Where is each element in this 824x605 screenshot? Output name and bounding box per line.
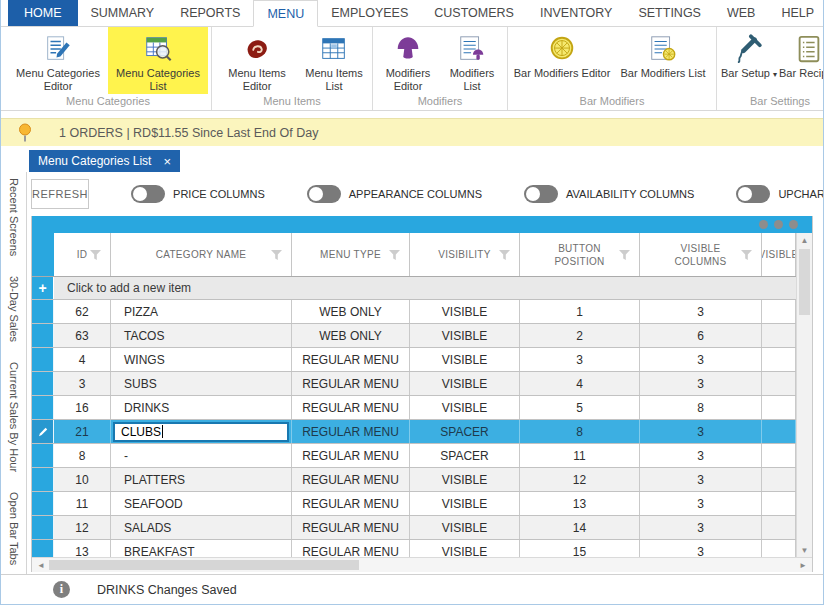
column-header-visible-columns[interactable]: VISIBLE COLUMNS: [640, 233, 762, 276]
row-indicator[interactable]: [32, 348, 54, 371]
cell-visible-columns[interactable]: 3: [640, 300, 762, 323]
cell-menu-type[interactable]: WEB ONLY: [292, 300, 410, 323]
rail-item-current-sales-by-hour[interactable]: Current Sales By Hour: [8, 362, 20, 472]
table-row-editing[interactable]: 21 CLUBS REGULAR MENU SPACER 8 3: [32, 420, 796, 444]
cell-button-position[interactable]: 2: [520, 324, 640, 347]
availability-columns-toggle[interactable]: [524, 185, 558, 203]
cell-menu-type[interactable]: REGULAR MENU: [292, 492, 410, 515]
grid-option-dots[interactable]: [759, 220, 798, 229]
tab-reports[interactable]: REPORTS: [167, 0, 253, 26]
cell-clipped[interactable]: [762, 372, 796, 395]
tab-menu[interactable]: MENU: [253, 0, 318, 27]
filter-funnel-icon[interactable]: [619, 250, 630, 260]
cell-button-position[interactable]: 13: [520, 492, 640, 515]
cell-id[interactable]: 21: [54, 420, 111, 443]
cell-visible-columns[interactable]: 3: [640, 372, 762, 395]
cell-clipped[interactable]: [762, 324, 796, 347]
cell-visibility[interactable]: VISIBLE: [410, 492, 520, 515]
table-row[interactable]: 12 SALADS REGULAR MENU VISIBLE 14 3: [32, 516, 796, 540]
modifiers-list-button[interactable]: Modifiers List: [440, 27, 504, 94]
table-row[interactable]: 63 TACOS WEB ONLY VISIBLE 2 6: [32, 324, 796, 348]
cell-clipped[interactable]: [762, 420, 796, 443]
cell-category-name[interactable]: PLATTERS: [111, 468, 292, 491]
cell-button-position[interactable]: 5: [520, 396, 640, 419]
cell-id[interactable]: 4: [54, 348, 111, 371]
document-tab-menu-categories-list[interactable]: Menu Categories List ×: [29, 150, 180, 172]
horizontal-scroll-thumb[interactable]: [49, 560, 359, 570]
cell-visible-columns[interactable]: 8: [640, 396, 762, 419]
cell-button-position[interactable]: 3: [520, 348, 640, 371]
scroll-right-arrow-icon[interactable]: ►: [796, 558, 810, 572]
rail-item-recent-screens[interactable]: Recent Screens: [8, 178, 20, 256]
close-tab-icon[interactable]: ×: [163, 155, 171, 168]
cell-menu-type[interactable]: REGULAR MENU: [292, 372, 410, 395]
vertical-scroll-thumb[interactable]: [799, 249, 810, 315]
cell-menu-type[interactable]: REGULAR MENU: [292, 468, 410, 491]
cell-visibility[interactable]: VISIBLE: [410, 396, 520, 419]
cell-clipped[interactable]: [762, 348, 796, 371]
cell-visible-columns[interactable]: 3: [640, 348, 762, 371]
column-header-category-name[interactable]: CATEGORY NAME: [111, 233, 292, 276]
tab-summary[interactable]: SUMMARY: [78, 0, 168, 26]
tab-help[interactable]: HELP: [768, 0, 824, 26]
cell-id[interactable]: 16: [54, 396, 111, 419]
table-row[interactable]: 10 PLATTERS REGULAR MENU VISIBLE 12 3: [32, 468, 796, 492]
cell-category-name[interactable]: -: [111, 444, 292, 467]
cell-visibility[interactable]: VISIBLE: [410, 516, 520, 539]
cell-menu-type[interactable]: REGULAR MENU: [292, 396, 410, 419]
cell-button-position[interactable]: 4: [520, 372, 640, 395]
cell-visibility[interactable]: VISIBLE: [410, 348, 520, 371]
rail-item-30-day-sales[interactable]: 30-Day Sales: [8, 276, 20, 342]
bar-setup-button[interactable]: Bar Setup ▾: [720, 27, 778, 94]
tab-inventory[interactable]: INVENTORY: [527, 0, 625, 26]
cell-visible-columns[interactable]: 3: [640, 516, 762, 539]
menu-categories-list-button[interactable]: Menu Categories List: [108, 27, 208, 94]
cell-id[interactable]: 11: [54, 492, 111, 515]
scroll-up-arrow-icon[interactable]: ▲: [797, 233, 812, 247]
table-row[interactable]: 4 WINGS REGULAR MENU VISIBLE 3 3: [32, 348, 796, 372]
tab-settings[interactable]: SETTINGS: [625, 0, 714, 26]
row-indicator-edit[interactable]: [32, 420, 54, 443]
row-indicator[interactable]: [32, 444, 54, 467]
cell-button-position[interactable]: 14: [520, 516, 640, 539]
filter-funnel-icon[interactable]: [389, 250, 400, 260]
cell-button-position[interactable]: 12: [520, 468, 640, 491]
row-indicator[interactable]: [32, 324, 54, 347]
cell-category-name[interactable]: TACOS: [111, 324, 292, 347]
cell-category-name[interactable]: PIZZA: [111, 300, 292, 323]
bar-modifiers-editor-button[interactable]: Bar Modifiers Editor: [511, 27, 613, 94]
cell-visibility[interactable]: VISIBLE: [410, 468, 520, 491]
table-row[interactable]: 62 PIZZA WEB ONLY VISIBLE 1 3: [32, 300, 796, 324]
row-indicator[interactable]: [32, 396, 54, 419]
cell-button-position[interactable]: 8: [520, 420, 640, 443]
cell-category-name[interactable]: SUBS: [111, 372, 292, 395]
cell-category-name[interactable]: WINGS: [111, 348, 292, 371]
filter-funnel-icon[interactable]: [271, 250, 282, 260]
cell-id[interactable]: 10: [54, 468, 111, 491]
horizontal-scrollbar[interactable]: ◄ ►: [32, 557, 812, 572]
row-indicator[interactable]: [32, 372, 54, 395]
bar-modifiers-list-button[interactable]: Bar Modifiers List: [613, 27, 713, 94]
modifiers-editor-button[interactable]: Modifiers Editor: [376, 27, 440, 94]
cell-menu-type[interactable]: REGULAR MENU: [292, 348, 410, 371]
upcharge-columns-toggle[interactable]: [736, 185, 770, 203]
filter-funnel-icon[interactable]: [741, 250, 752, 260]
cell-category-name[interactable]: SEAFOOD: [111, 492, 292, 515]
row-indicator[interactable]: [32, 492, 54, 515]
cell-visible-columns[interactable]: 3: [640, 444, 762, 467]
menu-items-list-button[interactable]: Menu Items List: [299, 27, 369, 94]
cell-category-name[interactable]: DRINKS: [111, 396, 292, 419]
cell-category-name-editing[interactable]: CLUBS: [111, 420, 292, 443]
tab-web[interactable]: WEB: [714, 0, 768, 26]
table-row[interactable]: 3 SUBS REGULAR MENU VISIBLE 4 3: [32, 372, 796, 396]
cell-clipped[interactable]: [762, 444, 796, 467]
cell-button-position[interactable]: 1: [520, 300, 640, 323]
table-row[interactable]: 8 - REGULAR MENU SPACER 11 3: [32, 444, 796, 468]
cell-menu-type[interactable]: REGULAR MENU: [292, 420, 410, 443]
cell-visibility[interactable]: SPACER: [410, 444, 520, 467]
cell-menu-type[interactable]: REGULAR MENU: [292, 516, 410, 539]
cell-id[interactable]: 63: [54, 324, 111, 347]
column-header-button-position[interactable]: BUTTON POSITION: [520, 233, 640, 276]
cell-visible-columns[interactable]: 3: [640, 492, 762, 515]
scroll-left-arrow-icon[interactable]: ◄: [34, 558, 48, 572]
